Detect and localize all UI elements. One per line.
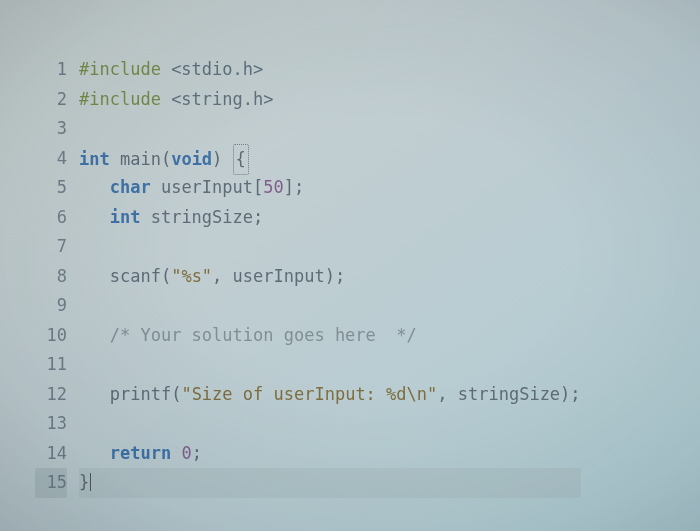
line-number: 2 bbox=[35, 85, 67, 115]
code-line[interactable]: printf("Size of userInput: %d\n", string… bbox=[79, 380, 581, 410]
code-line[interactable] bbox=[79, 291, 581, 321]
token-punc: } bbox=[79, 472, 89, 492]
token-punc: , bbox=[212, 266, 232, 286]
token-type: char bbox=[110, 177, 161, 197]
token-str: "Size of userInput: %d\n" bbox=[181, 384, 437, 404]
token-punc: ; bbox=[253, 207, 263, 227]
line-number: 11 bbox=[35, 350, 67, 380]
token-ang: <string.h> bbox=[171, 89, 273, 109]
line-number: 4 bbox=[35, 144, 67, 174]
code-editor-viewport: 123456789101112131415 #include <stdio.h>… bbox=[0, 0, 700, 531]
code-line[interactable] bbox=[79, 409, 581, 439]
line-number: 1 bbox=[35, 55, 67, 85]
line-number: 3 bbox=[35, 114, 67, 144]
line-number: 12 bbox=[35, 380, 67, 410]
token-pp: #include bbox=[79, 59, 171, 79]
code-line[interactable]: /* Your solution goes here */ bbox=[79, 321, 581, 351]
token-kw: void bbox=[171, 149, 212, 169]
token-punc: , bbox=[437, 384, 457, 404]
code-line[interactable]: return 0; bbox=[79, 439, 581, 469]
token-plain bbox=[79, 325, 110, 345]
token-punc: ( bbox=[161, 149, 171, 169]
code-line[interactable]: } bbox=[79, 468, 581, 498]
code-editor[interactable]: 123456789101112131415 #include <stdio.h>… bbox=[35, 55, 700, 498]
token-fn: scanf bbox=[110, 266, 161, 286]
token-ang: <stdio.h> bbox=[171, 59, 263, 79]
line-number: 14 bbox=[35, 439, 67, 469]
token-name: stringSize bbox=[151, 207, 253, 227]
line-number: 9 bbox=[35, 291, 67, 321]
token-fn: printf bbox=[110, 384, 171, 404]
token-plain bbox=[79, 266, 110, 286]
token-fn: main bbox=[120, 149, 161, 169]
token-pp: #include bbox=[79, 89, 171, 109]
token-punc: ( bbox=[171, 384, 181, 404]
line-number-gutter: 123456789101112131415 bbox=[35, 55, 79, 498]
token-type: int bbox=[79, 149, 120, 169]
code-line[interactable] bbox=[79, 350, 581, 380]
token-num: 0 bbox=[181, 443, 191, 463]
token-name: userInput bbox=[161, 177, 253, 197]
code-line[interactable]: #include <stdio.h> bbox=[79, 55, 581, 85]
token-punc: [ bbox=[253, 177, 263, 197]
code-line[interactable] bbox=[79, 232, 581, 262]
token-punc: ) bbox=[212, 149, 232, 169]
token-kw: return bbox=[110, 443, 182, 463]
token-name: userInput bbox=[233, 266, 325, 286]
token-punc: ; bbox=[192, 443, 202, 463]
token-punc: ); bbox=[560, 384, 580, 404]
code-line[interactable]: int main(void) { bbox=[79, 144, 581, 174]
token-type: int bbox=[110, 207, 151, 227]
token-plain bbox=[79, 177, 110, 197]
code-area[interactable]: #include <stdio.h>#include <string.h> in… bbox=[79, 55, 581, 498]
code-line[interactable] bbox=[79, 114, 581, 144]
token-name: stringSize bbox=[458, 384, 560, 404]
token-punc: ]; bbox=[284, 177, 304, 197]
token-plain bbox=[79, 207, 110, 227]
token-cmt: /* Your solution goes here */ bbox=[110, 325, 417, 345]
token-num: 50 bbox=[263, 177, 283, 197]
line-number: 10 bbox=[35, 321, 67, 351]
line-number: 7 bbox=[35, 232, 67, 262]
line-number: 5 bbox=[35, 173, 67, 203]
line-number: 6 bbox=[35, 203, 67, 233]
code-line[interactable]: char userInput[50]; bbox=[79, 173, 581, 203]
line-number: 15 bbox=[35, 468, 67, 498]
code-line[interactable]: #include <string.h> bbox=[79, 85, 581, 115]
line-number: 13 bbox=[35, 409, 67, 439]
line-number: 8 bbox=[35, 262, 67, 292]
token-str: "%s" bbox=[171, 266, 212, 286]
matched-brace: { bbox=[233, 144, 249, 176]
token-punc: ); bbox=[325, 266, 345, 286]
code-line[interactable]: scanf("%s", userInput); bbox=[79, 262, 581, 292]
code-line[interactable]: int stringSize; bbox=[79, 203, 581, 233]
token-punc: ( bbox=[161, 266, 171, 286]
token-plain bbox=[79, 384, 110, 404]
token-plain bbox=[79, 443, 110, 463]
text-cursor bbox=[90, 473, 91, 491]
